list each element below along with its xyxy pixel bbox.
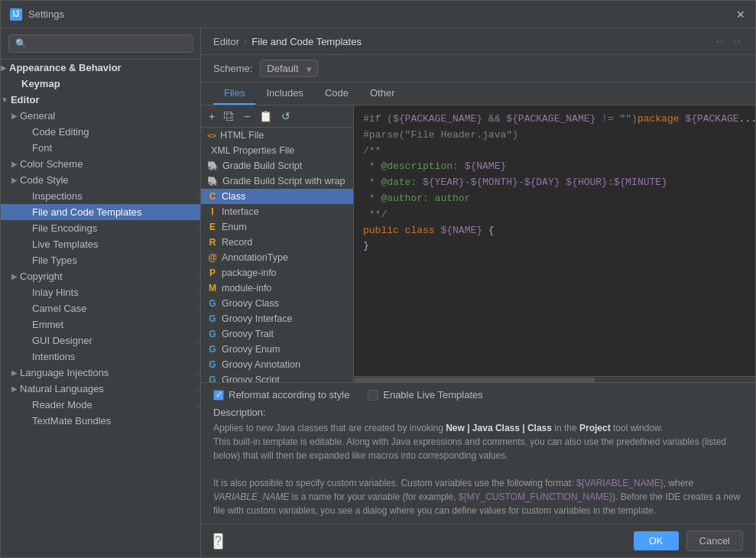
file-item-label: Enum: [222, 222, 247, 232]
reformat-label: Reformat according to style: [229, 389, 349, 401]
reformat-checkbox[interactable]: ✓: [213, 390, 224, 401]
sidebar-item-gui-designer[interactable]: GUI Designer□: [1, 333, 200, 349]
file-type-icon: 🐘: [207, 176, 219, 187]
footer: ? OK Cancel: [201, 524, 755, 557]
file-item-annotation-type[interactable]: @AnnotationType: [201, 250, 353, 265]
file-item-gradle-wrap[interactable]: 🐘Gradle Build Script with wrap: [201, 174, 353, 189]
sidebar-item-inlay-hints[interactable]: Inlay Hints□: [1, 284, 200, 300]
file-list: + ⿻ − 📋 ↺ <>HTML FileXML Properties File…: [201, 105, 354, 382]
remove-template-button[interactable]: −: [241, 109, 253, 124]
sidebar-item-emmet[interactable]: Emmet: [1, 316, 200, 333]
sidebar-item-inspections[interactable]: Inspections□: [1, 188, 200, 204]
sidebar-item-file-encodings[interactable]: File Encodings□: [1, 220, 200, 236]
sidebar-item-general[interactable]: ▶General: [1, 108, 200, 124]
sidebar-item-label: Camel Case: [32, 303, 87, 314]
tab-includes[interactable]: Includes: [255, 83, 313, 105]
file-item-groovy-class[interactable]: GGroovy Class: [201, 296, 353, 311]
duplicate-template-button[interactable]: 📋: [256, 109, 275, 124]
file-item-groovy-trait[interactable]: GGroovy Trait: [201, 326, 353, 342]
breadcrumb-current: File and Code Templates: [251, 36, 362, 47]
reset-template-button[interactable]: ↺: [278, 109, 294, 124]
breadcrumb: Editor › File and Code Templates: [213, 36, 362, 47]
live-templates-checkbox-label[interactable]: Enable Live Templates: [368, 389, 483, 401]
sidebar-item-textmate-bundles[interactable]: TextMate Bundles: [1, 413, 200, 429]
copy-template-button[interactable]: ⿻: [221, 109, 238, 124]
tree-arrow-icon: ▼: [1, 96, 8, 104]
sidebar-item-live-templates[interactable]: Live Templates: [1, 236, 200, 252]
close-button[interactable]: ✕: [735, 9, 746, 20]
file-item-enum[interactable]: EEnum: [201, 219, 353, 235]
sidebar-badge: □: [196, 272, 200, 281]
file-item-module-info[interactable]: Mmodule-info: [201, 281, 353, 296]
add-template-button[interactable]: +: [206, 109, 218, 124]
code-line: * @description: ${NAME}: [363, 159, 746, 175]
forward-button[interactable]: →: [731, 34, 743, 48]
sidebar-item-keymap[interactable]: Keymap: [1, 76, 200, 92]
sidebar-item-color-scheme[interactable]: ▶Color Scheme: [1, 156, 200, 172]
sidebar-item-camel-case[interactable]: Camel Case□: [1, 300, 200, 316]
sidebar-item-language-injections[interactable]: ▶Language Injections□: [1, 365, 200, 381]
file-item-interface[interactable]: IInterface: [201, 204, 353, 219]
cancel-button[interactable]: Cancel: [686, 530, 743, 551]
file-item-record[interactable]: RRecord: [201, 235, 353, 250]
file-item-groovy-enum[interactable]: GGroovy Enum: [201, 342, 353, 357]
search-input[interactable]: [8, 34, 193, 53]
reformat-checkbox-label[interactable]: ✓ Reformat according to style: [213, 389, 349, 401]
tab-code[interactable]: Code: [314, 83, 359, 105]
file-item-package-info[interactable]: Ppackage-info: [201, 265, 353, 281]
file-item-groovy-script[interactable]: GGroovy Script: [201, 372, 353, 382]
sidebar-item-file-code-templates[interactable]: File and Code Templates: [1, 204, 200, 220]
sidebar-item-natural-languages[interactable]: ▶Natural Languages□: [1, 381, 200, 397]
file-item-label: Groovy Trait: [222, 329, 274, 339]
file-item-html-file[interactable]: <>HTML File: [201, 128, 353, 143]
main-content: ▶Appearance & BehaviorKeymap▼Editor▶Gene…: [1, 28, 755, 557]
file-item-groovy-interface[interactable]: GGroovy Interface: [201, 311, 353, 326]
sidebar-item-label: TextMate Bundles: [32, 415, 111, 427]
file-item-class[interactable]: CClass: [201, 189, 353, 204]
code-line: * @date: ${YEAR}-${MONTH}-${DAY} ${HOUR}…: [363, 175, 746, 191]
sidebar-item-label: Intentions: [32, 351, 75, 362]
sidebar-badge: □: [196, 192, 200, 200]
sidebar-item-label: GUI Designer: [32, 335, 92, 346]
file-item-label: package-info: [222, 268, 277, 278]
breadcrumb-bar: Editor › File and Code Templates ← →: [201, 28, 755, 55]
sidebar-item-intentions[interactable]: Intentions: [1, 349, 200, 365]
tab-other[interactable]: Other: [359, 83, 406, 105]
ok-button[interactable]: OK: [634, 531, 679, 550]
horizontal-scrollbar[interactable]: [354, 376, 755, 382]
file-type-icon: <>: [207, 131, 216, 140]
code-line: #parse("File Header.java"): [363, 128, 746, 144]
sidebar-items: ▶Appearance & BehaviorKeymap▼Editor▶Gene…: [1, 60, 200, 429]
file-type-icon: P: [207, 268, 218, 278]
sidebar-item-appearance[interactable]: ▶Appearance & Behavior: [1, 60, 200, 76]
tab-files[interactable]: Files: [213, 83, 255, 105]
sidebar-badge: □: [196, 401, 200, 409]
sidebar: ▶Appearance & BehaviorKeymap▼Editor▶Gene…: [1, 28, 201, 557]
help-button[interactable]: ?: [213, 533, 223, 550]
file-item-groovy-annotation[interactable]: GGroovy Annotation: [201, 357, 353, 372]
sidebar-item-code-style[interactable]: ▶Code Style: [1, 172, 200, 188]
sidebar-item-reader-mode[interactable]: Reader Mode□: [1, 397, 200, 413]
scrollbar-thumb: [354, 378, 595, 382]
code-content[interactable]: #if (${PACKAGE_NAME} && ${PACKAGE_NAME} …: [354, 105, 755, 376]
file-item-gradle-build[interactable]: 🐘Gradle Build Script: [201, 158, 353, 174]
settings-window: IJ Settings ✕ ▶Appearance & BehaviorKeym…: [0, 0, 756, 558]
sidebar-item-code-editing[interactable]: Code Editing: [1, 124, 200, 140]
sidebar-item-copyright[interactable]: ▶Copyright□: [1, 268, 200, 284]
file-item-label: Gradle Build Script with wrap: [222, 176, 345, 187]
scheme-select[interactable]: Default: [260, 60, 318, 77]
file-type-icon: G: [207, 313, 218, 324]
sidebar-item-editor[interactable]: ▼Editor: [1, 92, 200, 108]
back-button[interactable]: ←: [714, 34, 726, 48]
live-templates-checkbox[interactable]: [368, 390, 378, 401]
sidebar-item-label: General: [20, 110, 55, 122]
sidebar-item-label: File Encodings: [32, 222, 97, 234]
bottom-panel: ✓ Reformat according to style Enable Liv…: [201, 382, 755, 524]
file-item-xml-props[interactable]: XML Properties File: [201, 143, 353, 158]
description-label: Description:: [213, 407, 743, 418]
sidebar-item-file-types[interactable]: File Types: [1, 252, 200, 268]
sidebar-badge: □: [196, 304, 200, 313]
sidebar-item-font[interactable]: Font: [1, 140, 200, 156]
window-controls: ✕: [735, 9, 746, 20]
tree-arrow-icon: ▶: [11, 112, 18, 120]
